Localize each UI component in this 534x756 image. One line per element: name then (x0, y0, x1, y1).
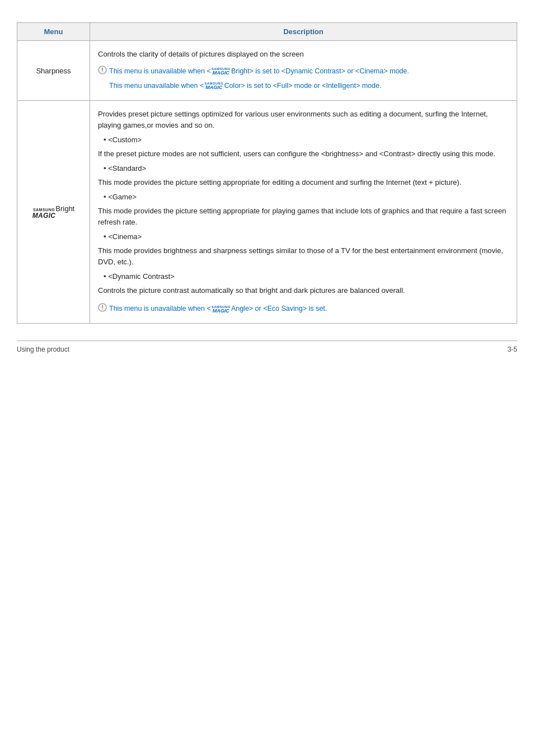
custom-bullet: • <Custom> (104, 134, 509, 146)
samsung-magic-logo: SAMSUNG MAGIC (32, 208, 56, 220)
svg-point-5 (102, 309, 103, 310)
main-table: Menu Description Sharpness Controls the … (17, 22, 517, 324)
custom-desc: If the preset picture modes are not suff… (98, 148, 509, 160)
sharpness-warning-2: This menu unavailable when <SAMSUNGMAGIC… (109, 80, 509, 91)
sharpness-warning-1: This menu is unavailable when <SAMSUNGMA… (98, 66, 509, 77)
bright-suffix: Bright (55, 204, 74, 213)
table-row: SAMSUNG MAGIC Bright Provides preset pic… (17, 101, 517, 324)
game-bullet: • <Game> (104, 192, 509, 203)
dynamic-contrast-desc: Controls the picture contrast automatica… (98, 285, 509, 296)
table-row: Sharpness Controls the clarity of detail… (17, 41, 517, 101)
page-wrapper: Menu Description Sharpness Controls the … (17, 22, 517, 353)
magic-bright-menu-cell: SAMSUNG MAGIC Bright (17, 101, 90, 324)
sharpness-label: Sharpness (36, 67, 71, 75)
sharpness-warning-2-text: This menu unavailable when <SAMSUNGMAGIC… (109, 80, 381, 91)
col-menu-header: Menu (17, 23, 90, 41)
sharpness-desc-cell: Controls the clarity of details of pictu… (90, 41, 517, 101)
dynamic-contrast-bullet: • <Dynamic Contrast> (104, 271, 509, 283)
standard-desc: This mode provides the picture setting a… (98, 177, 509, 188)
magic-bright-menu-label: SAMSUNG MAGIC Bright (25, 204, 82, 220)
footer: Using the product 3-5 (17, 340, 517, 353)
magic-bright-intro: Provides preset picture settings optimiz… (98, 109, 509, 131)
sharpness-intro: Controls the clarity of details of pictu… (98, 49, 509, 60)
magic-bright-warning: This menu is unavailable when <SAMSUNGMA… (98, 303, 509, 314)
cinema-bullet: • <Cinema> (104, 231, 509, 243)
warning-icon-1 (98, 66, 107, 74)
warning-icon-2 (98, 303, 107, 312)
sharpness-warning-1-text: This menu is unavailable when <SAMSUNGMA… (109, 66, 409, 77)
magic-bright-warning-text: This menu is unavailable when <SAMSUNGMA… (109, 303, 327, 314)
sharpness-menu-cell: Sharpness (17, 41, 90, 101)
footer-right: 3-5 (508, 346, 517, 353)
magic-bright-desc-cell: Provides preset picture settings optimiz… (90, 101, 517, 324)
cinema-desc: This mode provides brightness and sharpn… (98, 245, 509, 268)
svg-point-2 (102, 72, 103, 73)
standard-bullet: • <Standard> (104, 163, 509, 175)
footer-left: Using the product (17, 346, 69, 353)
col-desc-header: Description (90, 23, 517, 41)
game-desc: This mode provides the picture setting a… (98, 206, 509, 228)
